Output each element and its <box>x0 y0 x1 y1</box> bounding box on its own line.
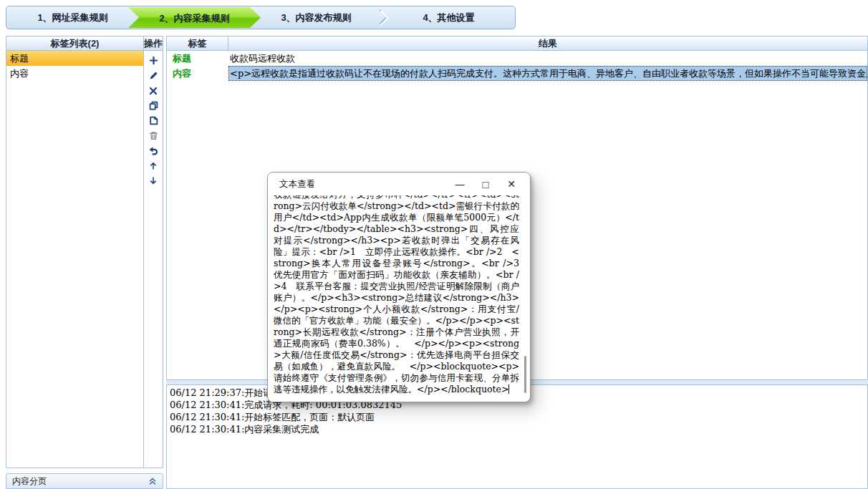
tag-list: 标题 内容 <box>6 51 143 468</box>
text-cursor <box>508 384 509 394</box>
tag-list-header: 标签列表(2) <box>6 37 143 51</box>
tab-label: 3、内容发布规则 <box>281 12 351 23</box>
table-row: 内容 <p>远程收款是指通过收款码让不在现场的付款人扫码完成支付。这种方式常用于… <box>167 66 867 81</box>
dialog-titlebar[interactable]: 文本查看 — □ ✕ <box>268 173 530 195</box>
paste-icon <box>149 116 158 125</box>
op-move-up-button[interactable] <box>145 158 162 173</box>
tab-label: 4、其他设置 <box>423 12 474 23</box>
op-delete-button[interactable] <box>145 83 162 98</box>
tag-list-column: 标签列表(2) 标题 内容 <box>6 37 144 468</box>
result-value-content[interactable]: <p>远程收款是指通过收款码让不在现场的付款人扫码完成支付。这种方式常用于电商、… <box>228 66 867 81</box>
op-add-button[interactable] <box>145 53 162 68</box>
tab-other-settings[interactable]: 4、其他设置 <box>382 6 515 29</box>
operations-column: 操作 <box>144 37 163 468</box>
move-down-icon <box>149 176 158 185</box>
tab-content-collect-rules[interactable]: 2、内容采集规则 <box>128 7 261 28</box>
results-header-row: 标签 结果 <box>167 37 867 51</box>
maximize-icon: □ <box>482 178 488 190</box>
column-header-tag[interactable]: 标签 <box>167 37 228 51</box>
result-tag-content: 内容 <box>167 66 228 81</box>
copy-icon <box>149 101 158 110</box>
column-header-result[interactable]: 结果 <box>228 37 867 51</box>
add-icon <box>149 56 158 65</box>
tab-content-publish-rules[interactable]: 3、内容发布规则 <box>250 6 382 29</box>
tag-list-panel: 标签列表(2) 标题 内容 操作 <box>6 36 163 468</box>
dialog-text: 服务费"），买家拍下支付</td></tr><tr><td><strong>Pa… <box>274 195 519 395</box>
collapse-icon <box>148 478 157 485</box>
result-tag-title: 标题 <box>167 51 228 66</box>
trash-icon <box>149 131 158 140</box>
op-move-down-button[interactable] <box>145 173 162 188</box>
tab-url-collect-rules[interactable]: 1、网址采集规则 <box>6 6 139 29</box>
minimize-icon: — <box>455 179 465 190</box>
dialog-scrollbar[interactable] <box>524 356 526 393</box>
op-undo-button[interactable] <box>145 143 162 158</box>
dialog-text-content: 服务费"），买家拍下支付</td></tr><tr><td><strong>Pa… <box>274 195 529 394</box>
delete-icon <box>149 87 158 95</box>
content-pagination-bar[interactable]: 内容分页 <box>6 473 163 489</box>
maximize-button[interactable]: □ <box>473 173 498 195</box>
op-edit-button[interactable] <box>145 68 162 83</box>
minimize-button[interactable]: — <box>447 173 473 195</box>
dialog-text-area[interactable]: 服务费"），买家拍下支付</td></tr><tr><td><strong>Pa… <box>269 195 529 401</box>
undo-icon <box>149 146 158 155</box>
result-value-title[interactable]: 收款码远程收款 <box>228 51 867 66</box>
wizard-tabbar: 1、网址采集规则 2、内容采集规则 3、内容发布规则 4、其他设置 <box>6 6 516 29</box>
op-copy-button[interactable] <box>145 98 162 113</box>
dialog-title: 文本查看 <box>268 178 447 190</box>
text-viewer-dialog: 文本查看 — □ ✕ 服务费"），买家拍下支付</td></tr><tr><td… <box>267 172 531 402</box>
edit-icon <box>149 71 158 80</box>
op-trash-button[interactable] <box>145 128 162 143</box>
tag-list-item-title[interactable]: 标题 <box>6 51 143 66</box>
tag-list-item-content[interactable]: 内容 <box>6 66 143 81</box>
close-icon: ✕ <box>507 178 516 190</box>
log-line: 06/12 21:30:41:开始标签匹配，页面：默认页面 <box>170 411 864 423</box>
op-paste-button[interactable] <box>145 113 162 128</box>
move-up-icon <box>149 161 158 170</box>
operations-header: 操作 <box>144 37 163 51</box>
log-line: 06/12 21:30:41:内容采集测试完成 <box>170 423 864 435</box>
content-pagination-label: 内容分页 <box>12 475 47 488</box>
close-button[interactable]: ✕ <box>498 173 524 195</box>
table-row: 标题 收款码远程收款 <box>167 51 867 66</box>
